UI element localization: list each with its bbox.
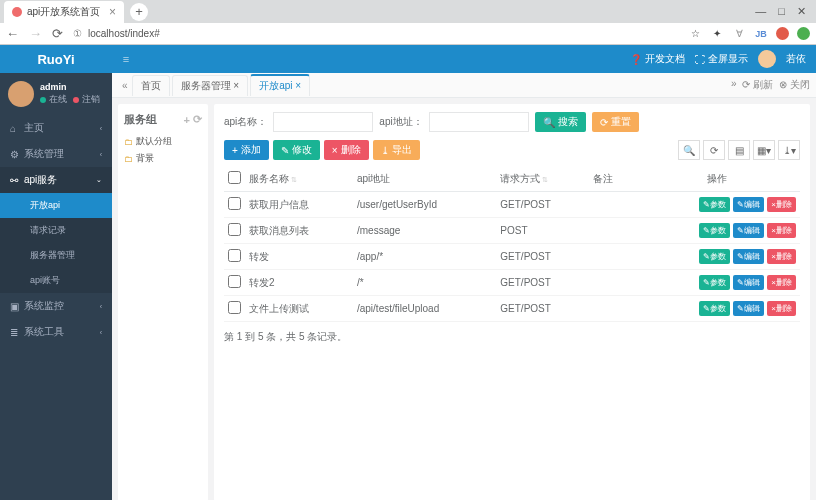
row-edit-button[interactable]: ✎编辑 xyxy=(733,249,764,264)
row-edit-button[interactable]: ✎编辑 xyxy=(733,197,764,212)
fullscreen-link[interactable]: ⛶ 全屏显示 xyxy=(695,52,748,66)
dev-docs-link[interactable]: ❓ 开发文档 xyxy=(630,52,685,66)
window-controls: — □ ✕ xyxy=(755,5,816,18)
menu-open-api[interactable]: 开放api xyxy=(0,193,112,218)
tab-refresh[interactable]: ⟳ 刷新 xyxy=(742,78,773,92)
row-params-button[interactable]: ✎参数 xyxy=(699,197,730,212)
maximize-icon[interactable]: □ xyxy=(778,5,785,18)
cell-remark xyxy=(589,218,633,244)
tab-prev-icon[interactable]: « xyxy=(118,80,132,91)
url-field[interactable]: ① localhost/index# xyxy=(73,28,678,39)
menu-system-tool[interactable]: ≣系统工具‹ xyxy=(0,319,112,345)
tree-panel: 服务组 + ⟳ 🗀默认分组 🗀背景 xyxy=(118,104,208,500)
tab-next-icon[interactable]: » xyxy=(731,78,737,92)
menu-system-mgmt[interactable]: ⚙系统管理‹ xyxy=(0,141,112,167)
row-edit-button[interactable]: ✎编辑 xyxy=(733,275,764,290)
col-addr[interactable]: api地址 xyxy=(353,166,496,192)
columns-icon-button[interactable]: ▤ xyxy=(728,140,750,160)
tree-add-icon[interactable]: + xyxy=(184,114,190,126)
reload-icon[interactable]: ⟳ xyxy=(52,26,63,41)
download-icon-button[interactable]: ⤓▾ xyxy=(778,140,800,160)
export-button[interactable]: ⤓ 导出 xyxy=(373,140,420,160)
select-all-checkbox[interactable] xyxy=(228,171,241,184)
row-edit-button[interactable]: ✎编辑 xyxy=(733,223,764,238)
menu-toggle-icon[interactable]: ≡ xyxy=(112,53,140,65)
search-button[interactable]: 🔍 搜索 xyxy=(535,112,586,132)
row-checkbox[interactable] xyxy=(228,223,241,236)
cell-name: 获取用户信息 xyxy=(245,192,353,218)
menu-api-service[interactable]: ⚯api服务⌄ xyxy=(0,167,112,193)
grid-icon-button[interactable]: ▦▾ xyxy=(753,140,775,160)
tab-close-icon[interactable]: × xyxy=(109,5,116,19)
ext-red-icon[interactable] xyxy=(776,27,789,40)
jb-icon[interactable]: JB xyxy=(754,27,768,41)
row-delete-button[interactable]: ×删除 xyxy=(767,249,796,264)
row-params-button[interactable]: ✎参数 xyxy=(699,301,730,316)
addr-icons: ☆ ✦ ∀ JB xyxy=(688,27,810,41)
logout-link[interactable]: 注销 xyxy=(82,93,100,106)
avatar[interactable] xyxy=(8,81,34,107)
col-name[interactable]: 服务名称⇅ xyxy=(245,166,353,192)
col-method[interactable]: 请求方式⇅ xyxy=(496,166,589,192)
bookmark-icon[interactable]: ☆ xyxy=(688,27,702,41)
menu-api-account[interactable]: api账号 xyxy=(0,268,112,293)
row-delete-button[interactable]: ×删除 xyxy=(767,197,796,212)
address-bar: ← → ⟳ ① localhost/index# ☆ ✦ ∀ JB xyxy=(0,23,816,44)
extensions-icon[interactable]: ✦ xyxy=(710,27,724,41)
row-checkbox[interactable] xyxy=(228,197,241,210)
api-addr-input[interactable] xyxy=(429,112,529,132)
row-params-button[interactable]: ✎参数 xyxy=(699,249,730,264)
ext-green-icon[interactable] xyxy=(797,27,810,40)
cell-addr: /user/getUserById xyxy=(353,192,496,218)
profile-icon[interactable]: ∀ xyxy=(732,27,746,41)
username: admin xyxy=(40,82,100,92)
api-name-input[interactable] xyxy=(273,112,373,132)
modify-button[interactable]: ✎ 修改 xyxy=(273,140,320,160)
col-remark[interactable]: 备注 xyxy=(589,166,633,192)
user-name-link[interactable]: 若依 xyxy=(786,52,806,66)
toolbar: + 添加 ✎ 修改 × 删除 ⤓ 导出 🔍 ⟳ ▤ ▦▾ ⤓▾ xyxy=(224,140,800,160)
new-tab-button[interactable]: + xyxy=(130,3,148,21)
cell-name: 文件上传测试 xyxy=(245,296,353,322)
row-checkbox[interactable] xyxy=(228,249,241,262)
folder-icon: 🗀 xyxy=(124,137,133,147)
search-icon-button[interactable]: 🔍 xyxy=(678,140,700,160)
cell-method: POST xyxy=(496,218,589,244)
row-checkbox[interactable] xyxy=(228,301,241,314)
row-checkbox[interactable] xyxy=(228,275,241,288)
cell-remark xyxy=(589,296,633,322)
brand[interactable]: RuoYi xyxy=(0,52,112,67)
row-delete-button[interactable]: ×删除 xyxy=(767,301,796,316)
back-icon[interactable]: ← xyxy=(6,26,19,41)
delete-button[interactable]: × 删除 xyxy=(324,140,369,160)
add-button[interactable]: + 添加 xyxy=(224,140,269,160)
browser-tab[interactable]: api开放系统首页 × xyxy=(4,1,124,23)
menu-home[interactable]: ⌂主页‹ xyxy=(0,115,112,141)
menu-server-mgmt[interactable]: 服务器管理 xyxy=(0,243,112,268)
user-avatar-icon[interactable] xyxy=(758,50,776,68)
refresh-icon-button[interactable]: ⟳ xyxy=(703,140,725,160)
site-info-icon[interactable]: ① xyxy=(73,28,82,39)
camera-icon: ▣ xyxy=(10,301,24,312)
tab-close[interactable]: ⊗ 关闭 xyxy=(779,78,810,92)
row-params-button[interactable]: ✎参数 xyxy=(699,223,730,238)
tree-item-search[interactable]: 🗀背景 xyxy=(124,150,202,167)
close-icon[interactable]: ✕ xyxy=(797,5,806,18)
menu-system-monitor[interactable]: ▣系统监控‹ xyxy=(0,293,112,319)
row-edit-button[interactable]: ✎编辑 xyxy=(733,301,764,316)
row-delete-button[interactable]: ×删除 xyxy=(767,223,796,238)
wtab-home[interactable]: 首页 xyxy=(132,75,170,96)
data-table: 服务名称⇅ api地址 请求方式⇅ 备注 操作 获取用户信息 /user/get… xyxy=(224,166,800,322)
forward-icon[interactable]: → xyxy=(29,26,42,41)
row-delete-button[interactable]: ×删除 xyxy=(767,275,796,290)
tree-refresh-icon[interactable]: ⟳ xyxy=(193,113,202,126)
table-row: 转发 /app/* GET/POST ✎参数 ✎编辑 ×删除 xyxy=(224,244,800,270)
wtab-open-api[interactable]: 开放api × xyxy=(250,74,310,96)
reset-button[interactable]: ⟳ 重置 xyxy=(592,112,639,132)
menu-request-log[interactable]: 请求记录 xyxy=(0,218,112,243)
tree-item-default[interactable]: 🗀默认分组 xyxy=(124,133,202,150)
row-params-button[interactable]: ✎参数 xyxy=(699,275,730,290)
folder-icon: 🗀 xyxy=(124,154,133,164)
wtab-server-mgmt[interactable]: 服务器管理 × xyxy=(172,75,249,96)
minimize-icon[interactable]: — xyxy=(755,5,766,18)
